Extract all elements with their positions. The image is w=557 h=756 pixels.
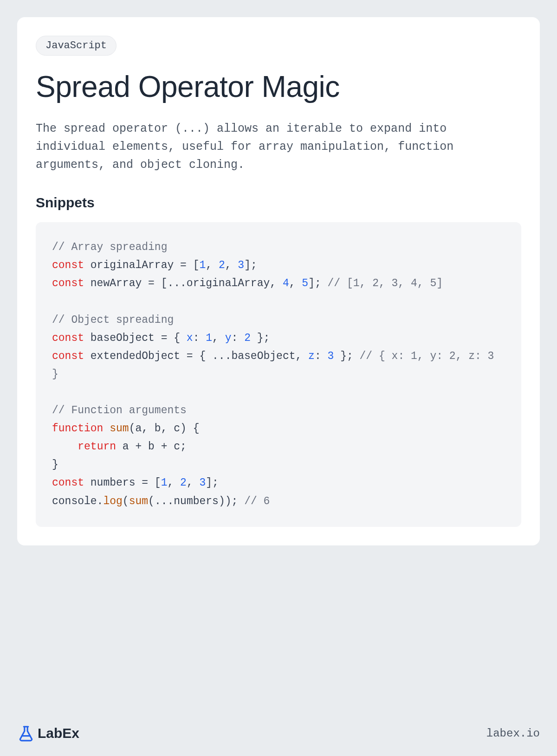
brand: LabEx [17, 724, 79, 742]
footer-url: labex.io [486, 727, 540, 740]
footer: LabEx labex.io [17, 724, 540, 742]
labex-flask-icon [17, 724, 35, 742]
snippets-heading: Snippets [36, 195, 521, 211]
page-title: Spread Operator Magic [36, 70, 521, 104]
content-card: JavaScript Spread Operator Magic The spr… [17, 17, 540, 545]
description-text: The spread operator (...) allows an iter… [36, 120, 521, 174]
brand-name: LabEx [38, 725, 79, 741]
language-badge: JavaScript [36, 36, 117, 56]
code-snippet: // Array spreading const originalArray =… [36, 222, 521, 526]
